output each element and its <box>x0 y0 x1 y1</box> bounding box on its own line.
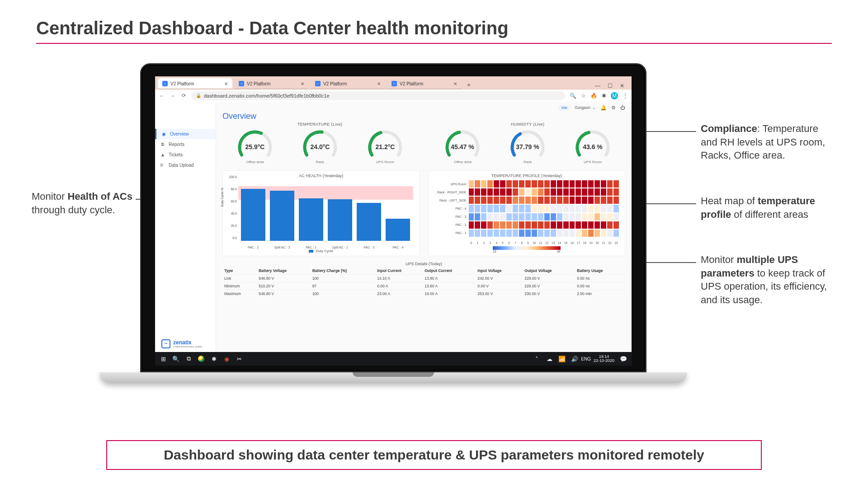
window-maximize-icon[interactable]: ☐ <box>608 83 613 89</box>
svg-text:37.79 %: 37.79 % <box>516 143 540 150</box>
legend-label: Duty Cycle <box>316 249 333 253</box>
nav-forward-icon[interactable]: → <box>170 93 176 99</box>
heatmap-cell <box>519 221 525 229</box>
heatmap-cell <box>544 188 550 196</box>
location-label: Gurgaon <box>575 105 590 110</box>
heatmap-x-tick: 9 <box>525 241 531 244</box>
volume-icon[interactable]: 🔊 <box>568 354 581 364</box>
site-favicon-icon: ~ <box>162 81 168 86</box>
heatmap-x-tick: 18 <box>581 241 588 244</box>
gauge-label: UPS Room <box>584 160 602 164</box>
tab-close-icon[interactable]: ✕ <box>453 81 457 86</box>
bar <box>270 191 294 241</box>
heatmap-cell <box>531 229 538 237</box>
flame-icon[interactable]: 🔥 <box>590 93 597 99</box>
heatmap-cell <box>538 188 544 196</box>
wifi-icon[interactable]: 📶 <box>556 354 568 364</box>
chrome-icon[interactable] <box>195 354 208 364</box>
extensions-icon[interactable]: ✱ <box>602 93 606 99</box>
ups-cell: 13.80 A <box>423 275 476 282</box>
browser-tab[interactable]: ~ V2 Platform ✕ <box>234 78 309 89</box>
tab-close-icon[interactable]: ✕ <box>224 81 228 86</box>
powerpoint-icon[interactable]: ◉ <box>220 354 233 364</box>
kebab-menu-icon[interactable]: ⋮ <box>623 93 628 99</box>
slack-icon[interactable]: ✱ <box>208 354 220 364</box>
heatmap-cell <box>481 196 487 204</box>
snip-icon[interactable]: ✂ <box>233 354 245 364</box>
bar <box>299 198 323 241</box>
heatmap-cell <box>481 221 487 229</box>
heatmap-cell <box>525 204 531 212</box>
ups-cell: 229.00 V <box>523 282 575 290</box>
windows-taskbar: ⊞ 🔍 ⧉ ✱ ◉ ✂ ˄ ☁ 📶 🔊 ENG 19:14 22-10-2020… <box>155 352 632 366</box>
tab-close-icon[interactable]: ✕ <box>301 81 304 86</box>
tab-close-icon[interactable]: ✕ <box>377 81 381 86</box>
tray-chevron-icon[interactable]: ˄ <box>530 354 543 364</box>
heatmap-x-tick: 14 <box>557 241 563 244</box>
nav-reload-icon[interactable]: ⟳ <box>180 93 187 99</box>
ups-th: Output Current <box>423 267 476 275</box>
heatmap-cell <box>500 180 506 188</box>
power-icon[interactable]: ⏻ <box>620 105 625 110</box>
brand-logo-block: ~ zenatix ● More Environment, smartly <box>161 339 202 348</box>
window-close-icon[interactable]: ✕ <box>620 83 624 89</box>
search-icon[interactable]: 🔍 <box>570 93 576 99</box>
gauge: 45.47 % Office area <box>442 128 483 164</box>
sidebar-item-label: Tickets <box>169 152 183 157</box>
task-view-icon[interactable]: ⧉ <box>182 354 195 364</box>
sidebar-item-label: Data Upload <box>169 163 194 168</box>
heatmap-cell <box>594 196 600 204</box>
sidebar-item-reports[interactable]: 🗎 Reports <box>155 139 216 150</box>
bell-icon[interactable]: 🔔 <box>600 105 607 111</box>
browser-tab-active[interactable]: ~ V2 Platform ✕ <box>158 78 232 89</box>
heatmap-x-tick: 15 <box>563 241 569 244</box>
gauge-row: TEMPERATURE (Live) 25.9°C Office area 24… <box>222 122 625 164</box>
sidebar-item-tickets[interactable]: ▲ Tickets <box>155 150 216 160</box>
heatmap-cell <box>500 221 506 229</box>
heatmap-cell <box>531 221 538 229</box>
star-icon[interactable]: ☆ <box>581 93 586 99</box>
new-tab-button[interactable]: ＋ <box>463 81 474 89</box>
heatmap-cell <box>544 229 550 237</box>
heatmap-cell <box>487 180 493 188</box>
heatmap-cell <box>519 196 525 204</box>
notifications-icon[interactable]: 💬 <box>617 354 630 364</box>
ac-health-barchart: Duty Cycle % 0.020.040.060.080.0100.0 PA… <box>226 180 416 249</box>
heatmap-cell <box>512 221 519 229</box>
heatmap-cell <box>613 188 619 196</box>
heatmap-cell <box>550 213 557 221</box>
dashboard-sidebar: ◉ Overview 🗎 Reports ▲ Tickets ⎘ Data Up… <box>155 102 216 355</box>
heatmap-cell <box>607 204 613 212</box>
browser-tab-title: V2 Platform <box>170 81 194 86</box>
heatmap-row-label: PAC - 2 <box>432 221 468 229</box>
taskbar-search-icon[interactable]: 🔍 <box>170 354 182 364</box>
url-input[interactable]: 🔒 dashboard.zenatix.com/home/5f60cf3ef91… <box>191 91 565 100</box>
taskbar-clock[interactable]: 19:14 22-10-2020 <box>591 355 617 363</box>
browser-tab[interactable]: ~ V2 Platform ✕ <box>387 78 462 89</box>
ups-cell: 242.00 V <box>476 275 523 282</box>
site-badge: Site <box>558 105 570 110</box>
heatmap-cell <box>538 229 544 237</box>
browser-tab[interactable]: ~ V2 Platform ✕ <box>311 78 385 89</box>
ups-cell: 230.00 V <box>523 290 575 298</box>
gear-icon[interactable]: ⚙ <box>611 105 616 111</box>
location-dropdown[interactable]: Gurgaon ⌄ <box>575 105 596 110</box>
gauge: 25.9°C Office area <box>235 128 275 164</box>
sidebar-item-overview[interactable]: ◉ Overview <box>155 129 216 139</box>
taskbar-lang[interactable]: ENG <box>581 357 591 361</box>
browser-profile-avatar[interactable]: M <box>611 92 618 99</box>
start-menu-icon[interactable]: ⊞ <box>157 354 170 364</box>
heatmap-cell <box>600 213 607 221</box>
heatmap-cell <box>481 180 487 188</box>
window-minimize-icon[interactable]: — <box>595 83 600 89</box>
heatmap-row-label: UPS Room <box>432 180 468 188</box>
heatmap-cell <box>474 188 481 196</box>
sidebar-item-dataupload[interactable]: ⎘ Data Upload <box>155 160 216 170</box>
heatmap-cell <box>493 188 500 196</box>
heatmap-cell <box>487 229 493 237</box>
cloud-icon[interactable]: ☁ <box>543 354 556 364</box>
heatmap-cell <box>474 204 481 212</box>
nav-back-icon[interactable]: ← <box>159 93 165 99</box>
heatmap-colorbar-labels: 18 26 <box>493 250 561 253</box>
panel-ac-health: AC HEALTH (Yesterday) Duty Cycle % 0.020… <box>222 170 420 256</box>
